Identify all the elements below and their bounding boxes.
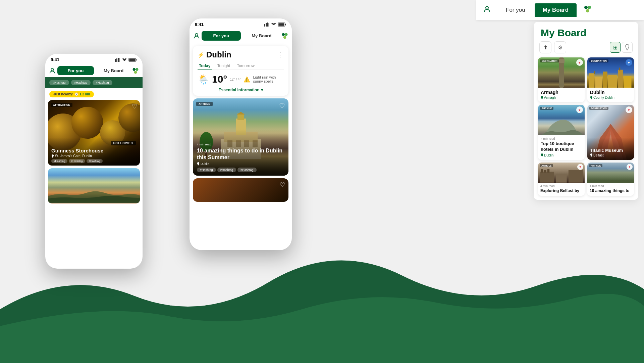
center-status-time: 9:41	[195, 22, 204, 27]
hashtag-2[interactable]: #Hashtag	[71, 80, 91, 85]
weather-tab-today[interactable]: Today	[198, 62, 212, 70]
left-hashtag-bar: #Hashtag #Hashtag #Hashtag	[45, 77, 143, 88]
svg-point-25	[283, 36, 286, 39]
grid-view-button[interactable]: ⊞	[610, 42, 621, 53]
board-card-boutique[interactable]: ARTICLE ♥ 4 min read Top 10 boutique hot…	[538, 105, 585, 160]
svg-rect-21	[278, 23, 284, 26]
top-app-icon	[583, 5, 592, 15]
svg-rect-43	[618, 70, 623, 88]
svg-rect-42	[608, 75, 617, 88]
svg-rect-41	[603, 72, 607, 88]
svg-rect-20	[285, 24, 286, 25]
center-article-read-time: 4 min read	[197, 143, 284, 146]
svg-rect-6	[118, 58, 119, 62]
hashtag-1[interactable]: #Hashtag	[49, 80, 69, 85]
profile-icon[interactable]	[483, 5, 491, 15]
board-card-armagh[interactable]: DESTINATION ♥ Armagh Armagh	[538, 57, 585, 102]
center-tag-1[interactable]: #Hashtag	[197, 168, 216, 172]
svg-rect-51	[544, 170, 546, 172]
svg-point-22	[195, 33, 198, 36]
left-for-you-tab[interactable]: For you	[57, 66, 94, 75]
top-nav-my-board[interactable]: My Board	[535, 3, 577, 17]
svg-rect-7	[119, 58, 120, 62]
svg-point-1	[584, 6, 588, 9]
svg-point-14	[134, 71, 137, 74]
svg-rect-10	[129, 58, 135, 61]
center-article-card-2[interactable]: ♡	[193, 178, 288, 202]
center-article-2-heart[interactable]: ♡	[280, 181, 285, 188]
map-view-button[interactable]	[622, 42, 633, 53]
board-card-titanic[interactable]: DESTINATION ♥ Titanic Museum Belfast	[587, 105, 634, 160]
center-article-card[interactable]: ARTICLE ♡ 4 min read 10 amazing things t…	[193, 98, 288, 176]
center-for-you-tab[interactable]: For you	[202, 31, 241, 41]
center-profile-icon[interactable]	[193, 32, 200, 40]
center-article-location: Dublin	[197, 162, 284, 166]
amazing-title: 10 amazing things to	[590, 188, 632, 194]
armagh-location: Armagh	[541, 96, 582, 99]
center-article-heart[interactable]: ♡	[279, 102, 285, 110]
dublin-board-title: Dublin	[590, 90, 631, 95]
share-button[interactable]: ⬆	[539, 41, 551, 53]
nearby-badge: Just nearby! 🧭 1.2 km	[49, 91, 94, 97]
weather-tab-tonight[interactable]: Tonight	[216, 62, 231, 70]
dublin-board-heart[interactable]: ♥	[626, 59, 632, 66]
belfast-heart[interactable]: ♥	[577, 164, 583, 170]
dublin-city-name: Dublin	[206, 50, 231, 59]
center-article-label: ARTICLE	[196, 102, 213, 106]
armagh-card-type-label: DESTINATION	[540, 59, 559, 62]
weather-sub-temp: 12° / 4°	[230, 78, 241, 81]
amazing-read-time: 4 min read	[590, 184, 632, 188]
center-tag-2[interactable]: #Hashtag	[217, 168, 236, 172]
left-my-board-tab[interactable]: My Board	[95, 66, 132, 75]
board-card-amazing[interactable]: ARTICLE ♥ 4 min read 10 amazing things t…	[587, 163, 634, 196]
svg-rect-46	[619, 67, 620, 71]
left-profile-icon[interactable]	[49, 67, 56, 75]
guinness-card[interactable]: FOLLOWED ATTRACTION ♡ Guinness Storehous…	[48, 100, 140, 166]
left-status-time: 9:41	[51, 57, 59, 62]
svg-rect-44	[624, 76, 632, 88]
guinness-title: Guinness Storehouse	[51, 148, 137, 153]
center-my-board-tab[interactable]: My Board	[242, 31, 281, 41]
board-settings-button[interactable]: ⚙	[554, 41, 566, 53]
svg-rect-15	[264, 24, 265, 27]
svg-marker-30	[237, 112, 245, 115]
bottom-article-cards: ARTICLE ♥ 4 min read Exploring Belfast b…	[534, 160, 638, 196]
card-heart-1[interactable]: ♡	[132, 103, 137, 110]
card1-tag2[interactable]: #Hashtag	[69, 159, 85, 163]
hashtag-3[interactable]: #Hashtag	[93, 80, 112, 85]
titanic-heart[interactable]: ♥	[626, 106, 632, 113]
weather-temp: 10°	[212, 74, 227, 85]
essential-info-btn[interactable]: Essential information ▾	[198, 85, 284, 93]
titanic-card-type-label: DESTINATION	[589, 107, 608, 110]
svg-point-13	[136, 68, 138, 71]
svg-point-3	[586, 9, 589, 12]
svg-rect-52	[547, 169, 549, 173]
board-cards-grid: DESTINATION ♥ Armagh Armagh	[534, 57, 638, 160]
left-phone-status-bar: 9:41	[45, 54, 143, 64]
center-phone: 9:41 For you My Board ⚡ Dublin ⋮ Today T…	[190, 18, 292, 250]
weather-tab-tomorrow[interactable]: Tomorrow	[235, 62, 256, 70]
boutique-read-time: 4 min read	[541, 137, 582, 140]
dublin-lightning-icon: ⚡	[198, 52, 204, 58]
card1-tag1[interactable]: #Hashtag	[51, 159, 67, 163]
board-card-dublin[interactable]: DESTINATION ♥ Dublin County Dublin	[587, 57, 634, 102]
svg-point-11	[51, 68, 53, 71]
weather-menu-dots[interactable]: ⋮	[277, 51, 284, 58]
titanic-title: Titanic Museum	[590, 148, 631, 153]
svg-point-12	[133, 68, 136, 71]
armagh-heart[interactable]: ♥	[576, 59, 583, 66]
svg-point-23	[282, 33, 285, 36]
top-nav-for-you[interactable]: For you	[498, 3, 533, 17]
amazing-heart[interactable]: ♥	[627, 164, 633, 170]
center-tag-3[interactable]: #Hashtag	[237, 168, 257, 172]
svg-rect-38	[558, 59, 565, 63]
card1-tag3[interactable]: #Hashtag	[87, 159, 103, 163]
left-phone: 9:41 For you My Board #Hashtag #Hashtag …	[45, 54, 143, 269]
card-label-attraction: ATTRACTION	[51, 103, 72, 107]
dublin-city-card[interactable]	[48, 168, 140, 203]
board-card-belfast[interactable]: ARTICLE ♥ 4 min read Exploring Belfast b…	[538, 163, 585, 196]
boutique-heart[interactable]: ♥	[576, 106, 583, 113]
my-board-title: My Board	[534, 22, 638, 41]
svg-point-0	[486, 6, 488, 9]
svg-rect-4	[115, 59, 116, 62]
